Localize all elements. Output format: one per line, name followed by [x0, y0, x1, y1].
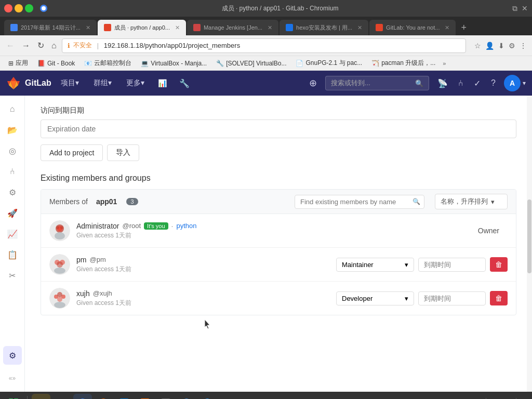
taskbar-chromium-button[interactable]	[73, 394, 92, 399]
nav-more-item[interactable]: 更多▾	[121, 76, 150, 90]
nav-help-button[interactable]: ?	[487, 75, 500, 91]
bookmark-email[interactable]: 📧 云邮箱控制台	[80, 58, 136, 69]
bookmark-star-button[interactable]: ☆	[473, 41, 482, 51]
sidebar-item-settings[interactable]: ⚙	[3, 346, 22, 365]
nav-project-item[interactable]: 项目▾	[56, 76, 84, 90]
members-search-icon: 🔍	[413, 198, 420, 205]
sidebar-item-merge-requests[interactable]: ⑃	[3, 162, 22, 181]
taskbar-vmware-button[interactable]: VM	[156, 394, 175, 399]
reload-button[interactable]: ↻	[35, 39, 46, 51]
tab-2-close[interactable]: ✕	[175, 24, 180, 31]
more-bookmarks-button[interactable]: »	[441, 59, 448, 68]
members-search-input[interactable]	[295, 195, 424, 209]
members-search-box[interactable]: 🔍	[295, 195, 424, 209]
sidebar-item-snippets[interactable]: ✂	[3, 266, 22, 285]
menu-button[interactable]: ⋮	[518, 41, 528, 51]
tab-1[interactable]: 2017年最新 14期云计... ✕	[4, 20, 97, 35]
role-dropdown-xujh-chevron: ▾	[405, 295, 408, 302]
bookmark-gnupg[interactable]: 📄 GnuPG-2.1 与 pac...	[291, 58, 366, 69]
gitlab-logo[interactable]: GitLab	[6, 76, 51, 90]
bookmark-solved[interactable]: 🔧 [SOLVED] VirtualBo...	[212, 59, 290, 68]
sidebar-item-monitor[interactable]: 📈	[3, 224, 22, 243]
sidebar-item-home[interactable]: ⌂	[3, 100, 22, 118]
user-avatar-button[interactable]: A	[504, 75, 521, 91]
extensions-button[interactable]: ⚙	[508, 41, 516, 51]
nav-bar-chart-button[interactable]: 📊	[154, 76, 171, 90]
sidebar-item-code[interactable]: 📂	[3, 121, 22, 139]
tab-2[interactable]: 成员 · python / app0... ✕	[98, 20, 186, 35]
bookmark-virtualbox[interactable]: 💻 VirtualBox - Manja...	[137, 59, 211, 68]
nav-plus-button[interactable]: ⊕	[305, 74, 321, 92]
window-close-button[interactable]: ×	[4, 4, 12, 12]
expiry-input-pm[interactable]	[418, 258, 486, 272]
sidebar-item-wiki[interactable]: 📋	[3, 245, 22, 264]
taskbar-sublime-button[interactable]: S	[136, 394, 154, 399]
tab-4[interactable]: hexo安装及发布 | 用... ✕	[280, 20, 368, 35]
window-controls[interactable]: × − +	[4, 4, 33, 12]
tab-4-close[interactable]: ✕	[357, 24, 362, 31]
sort-dropdown[interactable]: 名称，升序排列 ▾	[435, 194, 508, 209]
tab-5[interactable]: GitLab: You are not... ✕	[369, 20, 456, 35]
tab-2-label: 成员 · python / app0...	[114, 24, 170, 32]
nav-settings-wrench-button[interactable]: 🔧	[175, 75, 194, 91]
nav-issues-button[interactable]: ✓	[470, 75, 485, 91]
user-menu[interactable]: A ▾	[504, 75, 526, 91]
sidebar-collapse-button[interactable]: «»	[3, 369, 22, 388]
window-maximize-button[interactable]: +	[25, 4, 33, 12]
sidebar-item-issues[interactable]: ◎	[3, 141, 22, 160]
taskbar-etcher-button[interactable]: ⚡	[177, 394, 196, 399]
new-tab-button[interactable]: +	[457, 20, 471, 35]
address-url: 192.168.1.18/python/app01/project_member…	[104, 42, 240, 49]
existing-members-section: Existing members and groups Members of a…	[41, 174, 516, 315]
taskbar-terminal-button[interactable]: $_	[52, 394, 71, 399]
title-bar: × − + 成员 · python / app01 · GitLab - Chr…	[0, 0, 532, 17]
search-box[interactable]: 搜索或转到... 🔍	[325, 76, 429, 90]
reader-mode-button[interactable]: 👤	[484, 41, 495, 51]
add-to-project-button[interactable]: Add to project	[41, 144, 103, 161]
nav-more-label: 更多▾	[126, 78, 144, 88]
titlbar-close-icon[interactable]: ✕	[522, 4, 528, 13]
role-dropdown-xujh[interactable]: Developer ▾	[336, 291, 414, 305]
expiry-input-xujh[interactable]	[418, 291, 486, 305]
tab-3-close[interactable]: ✕	[268, 24, 272, 31]
tab-1-close[interactable]: ✕	[86, 24, 90, 31]
expiry-date-input[interactable]	[41, 119, 516, 138]
sidebar-item-deploy[interactable]: 🚀	[3, 204, 22, 222]
member-access-time-pm: Given access 1天前	[76, 265, 330, 274]
tab-5-label: GitLab: You are not...	[386, 24, 440, 31]
back-button[interactable]: ←	[4, 40, 17, 51]
taskbar-vscode-button[interactable]: </>	[115, 394, 134, 399]
delete-button-pm[interactable]: 🗑	[490, 257, 508, 272]
svg-point-22	[57, 292, 62, 297]
import-button[interactable]: 导入	[107, 144, 139, 161]
bookmark-pacman[interactable]: 🏹 pacman 升级后，...	[367, 58, 440, 69]
bookmarks-bar: ⊞ 应用 📕 Git - Book 📧 云邮箱控制台 💻 VirtualBox …	[0, 56, 532, 71]
delete-button-xujh[interactable]: 🗑	[490, 291, 508, 305]
forward-button[interactable]: →	[20, 40, 32, 51]
restore-icon[interactable]: ⧉	[512, 4, 517, 13]
tab-5-close[interactable]: ✕	[445, 24, 449, 31]
taskbar-firefox-button[interactable]	[94, 394, 113, 399]
role-dropdown-pm[interactable]: Maintainer ▾	[336, 258, 414, 272]
nav-group-item[interactable]: 群组▾	[88, 76, 117, 90]
home-button[interactable]: ⌂	[49, 40, 59, 51]
taskbar-os-button[interactable]	[4, 394, 23, 399]
content-area: 访问到期日期 Add to project 导入 Existing member…	[25, 96, 532, 392]
taskbar-terminal2-button[interactable]: >_	[219, 394, 237, 399]
tab-1-label: 2017年最新 14期云计...	[21, 24, 81, 32]
bookmark-git-book[interactable]: 📕 Git - Book	[33, 59, 79, 68]
window-minimize-button[interactable]: −	[15, 4, 23, 12]
nav-broadcast-button[interactable]: 📡	[433, 75, 452, 91]
address-input-box[interactable]: ℹ 不安全 | 192.168.1.18/python/app01/projec…	[62, 38, 466, 53]
sidebar-item-ci-cd[interactable]: ⚙	[3, 183, 22, 202]
bookmark-apps[interactable]: ⊞ 应用	[4, 58, 32, 69]
member-group-link-admin[interactable]: python	[176, 222, 196, 230]
scrollbar-thumb[interactable]	[527, 200, 531, 274]
scrollbar-track[interactable]	[527, 96, 532, 392]
downloads-button[interactable]: ⬇	[497, 41, 506, 51]
taskbar-files-button[interactable]	[32, 394, 50, 399]
taskbar-browser2-button[interactable]	[198, 394, 217, 399]
tab-3[interactable]: Manage Jenkins [Jen... ✕	[187, 20, 278, 35]
nav-merge-request-button[interactable]: ⑃	[454, 75, 468, 91]
member-avatar-pm	[49, 254, 70, 275]
